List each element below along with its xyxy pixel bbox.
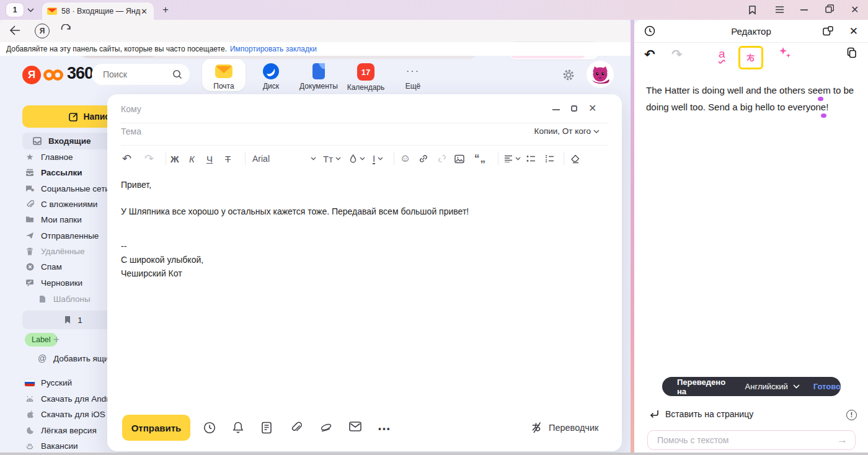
sidebar-add-mailbox[interactable]: @ Добавить ящик [27, 351, 112, 366]
panel-redo-icon[interactable]: ↷ [671, 47, 683, 62]
bullet-list-icon[interactable] [526, 150, 536, 167]
sidebar-item-newsletters[interactable]: Рассылки [15, 165, 82, 180]
sidebar-item-trash[interactable]: Удалённые [15, 244, 84, 258]
insert-image-icon[interactable] [454, 150, 464, 167]
compose-signature-line1[interactable]: С широкой улыбкой, [121, 255, 203, 265]
sidebar-item-social[interactable]: Социальные сети [15, 181, 110, 196]
sidebar-item-folders[interactable]: Мои папки [15, 212, 82, 227]
editor-panel: Редактор ✕ ↶ ↷ a The Hatter is doing wel… [634, 20, 868, 455]
cc-from-toggle[interactable]: Копии, От кого [534, 126, 600, 136]
text-color-button[interactable]: I [373, 150, 383, 167]
add-mailbox-label: Добавить ящик [53, 354, 112, 363]
window-minimize-icon[interactable] [552, 109, 560, 110]
label-tag[interactable]: Label [25, 333, 58, 347]
language-chevron-icon[interactable] [793, 384, 800, 389]
redo-icon[interactable]: ↷ [144, 150, 154, 167]
panel-close-icon[interactable]: ✕ [849, 25, 858, 38]
template-card-icon[interactable] [262, 422, 272, 434]
paper-plane-icon [25, 232, 35, 239]
sidebar-item-label: Шаблоны [53, 294, 91, 304]
subject-field[interactable]: Тема [121, 126, 141, 136]
ai-sparkles-icon[interactable] [778, 46, 792, 60]
chat-bubbles-icon [25, 185, 35, 193]
done-button[interactable]: Готово [813, 382, 841, 391]
sidebar-item-label: Главное [41, 152, 73, 162]
minimize-icon[interactable] [800, 9, 808, 11]
sidebar-item-label: Черновики [41, 278, 82, 288]
russian-flag-icon [25, 379, 35, 386]
inbox-icon [32, 137, 42, 145]
translator-toggle[interactable]: Переводчик [531, 422, 598, 433]
submit-arrow-icon[interactable]: → [837, 434, 848, 446]
sidebar-link-lite[interactable]: Лёгкая версия [15, 423, 97, 438]
insert-to-page-button[interactable]: Вставить на страницу [649, 409, 753, 419]
assist-input-box[interactable]: → [647, 430, 856, 450]
envelope-icon[interactable] [349, 422, 361, 431]
compose-body-p2[interactable]: У Шляпника все хорошо у остальных кажетс… [121, 206, 469, 216]
undo-icon[interactable]: ↶ [122, 150, 131, 167]
schedule-clock-icon[interactable] [203, 422, 216, 434]
italic-button[interactable]: К [189, 150, 195, 167]
sidebar-link-android[interactable]: Скачать для Android [15, 391, 120, 406]
font-size-select[interactable]: Tт [323, 150, 341, 167]
history-clock-icon[interactable] [644, 25, 655, 37]
more-options-icon[interactable]: ••• [378, 424, 391, 434]
fill-color-button[interactable] [349, 150, 365, 167]
window-maximize-icon[interactable] [571, 105, 577, 112]
panel-undo-icon[interactable]: ↶ [644, 47, 655, 62]
sidebar-item-drafts[interactable]: Черновики [15, 275, 82, 290]
sidebar-link-language[interactable]: Русский [15, 375, 72, 390]
sidebar-item-templates[interactable]: Шаблоны [27, 291, 91, 306]
font-family-select[interactable]: Arial [252, 150, 270, 167]
sidebar-link-label: Лёгкая версия [41, 426, 97, 435]
emoji-icon[interactable]: ☺ [400, 150, 410, 167]
template-page-icon [37, 295, 47, 303]
sidebar-link-jobs[interactable]: Вакансии [15, 438, 78, 453]
compose-body-p1[interactable]: Привет, [121, 180, 151, 190]
panel-translate-icon[interactable] [738, 46, 763, 69]
assist-input[interactable] [656, 435, 837, 446]
underline-button[interactable]: Ч [206, 150, 213, 167]
restore-icon[interactable] [825, 4, 834, 13]
sidebar-item-sent[interactable]: Отправленные [15, 228, 99, 243]
numbered-list-icon[interactable] [545, 150, 554, 167]
open-in-window-icon[interactable] [823, 26, 833, 36]
cc-from-label: Копии, От кого [534, 126, 591, 136]
window-close-icon[interactable]: ✕ [588, 102, 596, 114]
send-button[interactable]: Отправить [122, 415, 190, 441]
compose-window: Кому ✕ Тема Копии, От кого ↶ ↷ Ж К Ч Т A… [107, 94, 622, 451]
notify-bell-icon[interactable] [232, 422, 244, 434]
to-field[interactable]: Кому [121, 104, 141, 114]
at-sign-icon: @ [37, 353, 47, 363]
sidebar-item-main[interactable]: ★ Главное [15, 149, 73, 164]
menu-icon[interactable] [775, 6, 784, 14]
quote-icon[interactable]: “„ [474, 150, 486, 167]
add-label-icon[interactable]: + [53, 334, 60, 346]
mailing-icon [25, 169, 35, 177]
copy-icon[interactable] [846, 47, 857, 59]
link-icon[interactable] [418, 150, 428, 167]
compose-pen-icon [69, 112, 78, 121]
translated-text-line1: The Hatter is doing well and the others … [646, 82, 854, 99]
signature-pen-icon[interactable] [320, 422, 332, 433]
spellcheck-icon[interactable]: a [719, 47, 725, 61]
align-button[interactable] [504, 150, 521, 167]
window-bottom-edge [0, 453, 868, 455]
sidebar-item-attachments[interactable]: С вложениями [15, 197, 97, 211]
font-family-chevron-icon [311, 150, 316, 167]
eraser-icon[interactable] [570, 150, 580, 167]
sidebar-item-spam[interactable]: Спам [15, 259, 62, 274]
attach-paperclip-icon[interactable] [291, 422, 302, 434]
compose-signature-dashes[interactable]: -- [121, 241, 126, 251]
bold-button[interactable]: Ж [170, 150, 179, 167]
translate-icon [531, 422, 543, 433]
language-select[interactable]: Английский [745, 382, 788, 391]
side-panel-icon[interactable] [748, 5, 757, 15]
warning-icon[interactable]: ! [846, 410, 857, 420]
compose-signature-line2[interactable]: Чеширский Кот [121, 268, 182, 278]
sidebar-item-label: Отправленные [41, 231, 99, 241]
unlink-icon[interactable] [437, 150, 447, 167]
strikethrough-button[interactable]: Т [225, 150, 231, 167]
sidebar-link-ios[interactable]: Скачать для iOS [15, 407, 105, 422]
close-icon[interactable]: ✕ [851, 4, 859, 15]
